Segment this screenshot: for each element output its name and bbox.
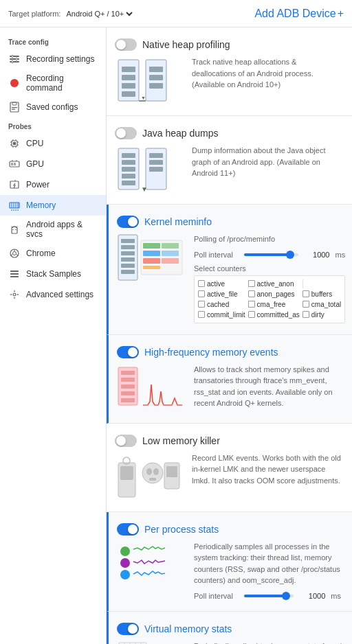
counter-buffers[interactable]: buffers xyxy=(302,290,341,299)
svg-rect-85 xyxy=(143,266,160,269)
virtual-memory-body: Periodically polls virtual memory stats … xyxy=(117,641,341,645)
counters-table: active active_anon active_file anon_page… xyxy=(194,275,345,323)
svg-rect-22 xyxy=(14,163,16,165)
svg-rect-74 xyxy=(121,251,135,255)
svg-rect-81 xyxy=(143,251,160,256)
counter-cma-free[interactable]: cma_free xyxy=(248,300,300,309)
svg-rect-101 xyxy=(166,466,177,477)
svg-point-102 xyxy=(120,547,130,556)
add-adb-device-button[interactable]: Add ADB Device + xyxy=(253,8,344,20)
native-heap-body: ▼ Track native heap allocations & deallo… xyxy=(115,56,341,104)
counters-label: Select counters xyxy=(194,264,345,273)
svg-rect-83 xyxy=(143,258,160,264)
svg-point-4 xyxy=(16,58,18,60)
svg-rect-72 xyxy=(121,239,135,243)
svg-rect-51 xyxy=(122,75,135,80)
svg-line-43 xyxy=(16,255,19,256)
svg-rect-47 xyxy=(10,276,19,277)
per-process-poll-unit: ms xyxy=(331,592,341,600)
virtual-memory-header: Virtual memory stats xyxy=(117,623,341,635)
poll-interval-slider[interactable] xyxy=(244,253,298,256)
counter-committed-as[interactable]: committed_as xyxy=(248,310,300,319)
native-heap-card: Native heap profiling ▼ xyxy=(107,27,352,116)
cpu-label: CPU xyxy=(26,139,43,148)
recording-command-icon xyxy=(8,77,21,89)
svg-rect-67 xyxy=(149,153,163,158)
per-process-toggle[interactable] xyxy=(117,523,139,536)
native-heap-image: ▼ xyxy=(115,56,184,104)
sidebar-item-recording-settings[interactable]: Recording settings xyxy=(0,49,106,69)
svg-rect-65 xyxy=(122,181,135,185)
svg-rect-62 xyxy=(122,160,135,165)
high-freq-title: High-frequency memory events xyxy=(144,347,278,358)
sidebar-item-memory[interactable]: Memory xyxy=(0,195,106,216)
sidebar-item-power[interactable]: Power xyxy=(0,174,106,195)
sidebar-item-stack-samples[interactable]: Stack Samples xyxy=(0,264,106,284)
high-freq-toggle[interactable] xyxy=(117,346,139,358)
sidebar-item-saved-configs[interactable]: Saved configs xyxy=(0,97,106,117)
recording-command-label: Recording command xyxy=(26,73,98,93)
recording-settings-label: Recording settings xyxy=(26,54,94,64)
java-heap-toggle[interactable] xyxy=(115,127,137,139)
svg-rect-11 xyxy=(13,142,16,145)
svg-rect-91 xyxy=(121,398,135,402)
low-memory-toggle[interactable] xyxy=(115,435,137,447)
low-memory-body: Record LMK events. Works both with the o… xyxy=(115,452,341,501)
kernel-meminfo-toggle[interactable] xyxy=(117,216,139,228)
counter-anon-pages[interactable]: anon_pages xyxy=(248,290,300,299)
counter-commit-limit[interactable]: commit_limit xyxy=(198,310,245,319)
gpu-icon xyxy=(8,158,21,170)
svg-rect-89 xyxy=(121,384,135,389)
low-memory-card: Low memory killer xyxy=(107,424,352,512)
virtual-memory-card: Virtual memory stats xyxy=(107,612,352,645)
main-layout: Trace config Recording settings Recordin… xyxy=(0,27,352,644)
header: Target platform: Android Q+ / 10+ Add AD… xyxy=(0,0,352,27)
svg-rect-82 xyxy=(162,251,179,256)
sidebar-item-recording-command[interactable]: Recording command xyxy=(0,69,106,97)
sidebar-item-gpu[interactable]: GPU xyxy=(0,154,106,174)
low-memory-description: Record LMK events. Works both with the o… xyxy=(192,452,341,501)
svg-rect-63 xyxy=(122,167,135,172)
advanced-settings-icon xyxy=(8,288,21,301)
java-heap-card: Java heap dumps ▼ xyxy=(107,116,352,205)
kernel-meminfo-card: Kernel meminfo xyxy=(107,205,352,335)
per-process-image xyxy=(117,541,186,589)
recording-settings-icon xyxy=(8,53,21,65)
native-heap-toggle[interactable] xyxy=(115,38,137,51)
platform-select[interactable]: Android Q+ / 10+ xyxy=(63,9,135,19)
svg-rect-80 xyxy=(162,243,179,249)
kernel-meminfo-poll-row: Poll interval 1000 ms xyxy=(194,251,345,259)
counter-active[interactable]: active xyxy=(198,279,245,288)
stack-samples-label: Stack Samples xyxy=(26,269,81,279)
counter-active-anon[interactable]: active_anon xyxy=(248,279,300,288)
high-freq-description: Allows to track short memory spikes and … xyxy=(194,364,341,412)
counter-cma-total[interactable]: cma_total xyxy=(302,300,341,309)
svg-rect-55 xyxy=(149,67,163,72)
kernel-meminfo-body: Polling of /proc/meminfo Poll interval 1… xyxy=(117,233,341,323)
svg-point-36 xyxy=(12,229,14,231)
saved-configs-icon xyxy=(8,101,21,113)
per-process-card: Per process stats Perio xyxy=(107,512,352,612)
counter-cached[interactable]: cached xyxy=(198,300,245,309)
kernel-meminfo-description: Polling of /proc/meminfo xyxy=(194,233,345,245)
virtual-memory-toggle[interactable] xyxy=(117,623,139,635)
stack-samples-icon xyxy=(8,268,21,280)
per-process-poll-value: 1000 xyxy=(305,592,325,600)
svg-rect-84 xyxy=(162,258,179,264)
counter-dirty[interactable]: dirty xyxy=(302,310,341,319)
sidebar-item-advanced[interactable]: Advanced settings xyxy=(0,284,106,305)
sidebar-item-chrome[interactable]: Chrome xyxy=(0,243,106,264)
counter-active-file[interactable]: active_file xyxy=(198,290,245,299)
high-freq-header: High-frequency memory events xyxy=(117,346,341,358)
per-process-poll-slider[interactable] xyxy=(244,595,294,597)
low-memory-title: Low memory killer xyxy=(142,435,220,446)
high-freq-image xyxy=(117,364,186,412)
svg-text:▼: ▼ xyxy=(141,95,146,100)
kernel-meminfo-header: Kernel meminfo xyxy=(117,216,341,228)
native-heap-description: Track native heap allocations & dealloca… xyxy=(192,56,341,104)
svg-rect-52 xyxy=(122,83,135,89)
probes-section: Probes xyxy=(0,117,106,133)
svg-point-97 xyxy=(146,468,152,475)
sidebar-item-android-apps[interactable]: Android apps & svcs xyxy=(0,216,106,243)
sidebar-item-cpu[interactable]: CPU xyxy=(0,133,106,154)
